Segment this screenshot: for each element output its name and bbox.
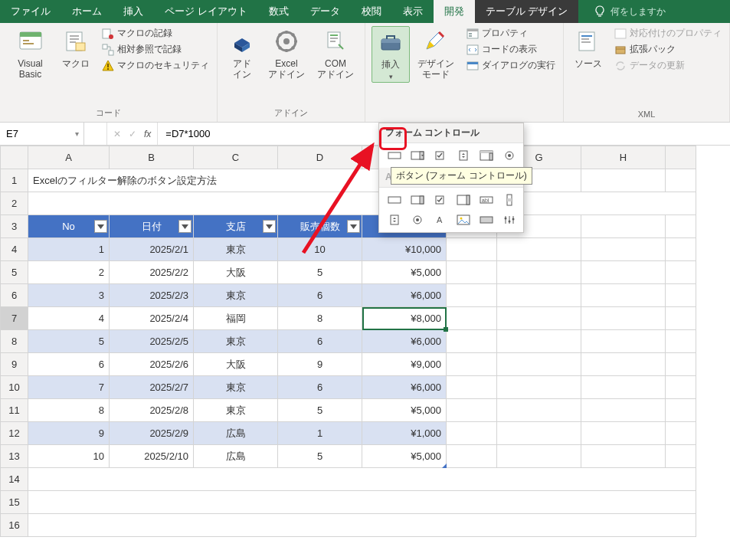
activex-spinbutton-control[interactable] (384, 211, 405, 229)
cell[interactable] (447, 422, 497, 445)
relative-ref-button[interactable]: 相対参照で記録 (100, 42, 211, 57)
cell[interactable]: 6 (278, 330, 362, 353)
cell[interactable] (447, 330, 497, 353)
tab-data[interactable]: データ (300, 0, 351, 23)
cell[interactable]: 大阪 (194, 261, 278, 284)
row-header[interactable]: 12 (1, 422, 28, 445)
row-header[interactable]: 6 (1, 284, 28, 307)
cell[interactable] (447, 445, 497, 468)
row-header[interactable]: 10 (1, 376, 28, 399)
row-header[interactable]: 8 (1, 330, 28, 353)
cell[interactable]: ¥8,000 (362, 307, 447, 330)
cell[interactable]: 4 (28, 307, 110, 330)
row-header[interactable]: 14 (1, 468, 28, 491)
cell[interactable] (666, 376, 696, 399)
cell[interactable]: 3 (28, 284, 110, 307)
table-header-cell[interactable]: 日付 (110, 215, 194, 238)
cell[interactable] (497, 422, 581, 445)
cell[interactable]: 2025/2/4 (110, 307, 194, 330)
row-header[interactable]: 3 (1, 215, 28, 238)
cell[interactable]: 6 (278, 376, 362, 399)
cell[interactable]: ¥5,000 (362, 261, 447, 284)
cell[interactable] (666, 353, 696, 376)
cell[interactable]: ¥6,000 (362, 376, 447, 399)
row-header[interactable]: 15 (1, 491, 28, 514)
cell[interactable]: 8 (28, 399, 110, 422)
cell[interactable] (447, 238, 497, 261)
cell[interactable] (581, 261, 666, 284)
tab-formulas[interactable]: 数式 (258, 0, 300, 23)
refresh-data-button[interactable]: データの更新 (613, 58, 723, 73)
cell[interactable]: 東京 (194, 330, 278, 353)
row-header[interactable]: 7 (1, 307, 28, 330)
cell[interactable]: 2025/2/2 (110, 261, 194, 284)
cell[interactable] (666, 169, 696, 192)
cell[interactable] (447, 284, 497, 307)
cell[interactable] (497, 261, 581, 284)
cell[interactable] (497, 284, 581, 307)
cell[interactable]: 1 (28, 238, 110, 261)
tab-view[interactable]: 表示 (392, 0, 434, 23)
tab-developer[interactable]: 開発 (434, 0, 475, 23)
run-dialog-button[interactable]: ダイアログの実行 (465, 58, 557, 73)
cell[interactable] (497, 238, 581, 261)
cell[interactable]: 6 (28, 353, 110, 376)
tab-tabledesign[interactable]: テーブル デザイン (475, 0, 579, 23)
cell[interactable] (666, 422, 696, 445)
cell[interactable] (666, 399, 696, 422)
form-combobox-control[interactable] (407, 146, 428, 165)
col-header[interactable]: H (581, 146, 666, 169)
tab-file[interactable]: ファイル (0, 0, 61, 23)
map-properties-button[interactable]: 対応付けのプロパティ (613, 26, 723, 41)
activex-textbox-control[interactable]: abl (476, 191, 497, 209)
cell[interactable]: 2 (28, 261, 110, 284)
cell[interactable]: 1 (278, 422, 362, 445)
tab-home[interactable]: ホーム (61, 0, 113, 23)
cell[interactable] (447, 307, 497, 330)
activex-optionbutton-control[interactable] (407, 211, 428, 229)
cell[interactable] (666, 261, 696, 284)
cell[interactable]: 2025/2/8 (110, 399, 194, 422)
cell[interactable] (497, 330, 581, 353)
cell[interactable] (581, 307, 666, 330)
cell[interactable] (666, 330, 696, 353)
cell[interactable] (447, 399, 497, 422)
cell[interactable] (666, 238, 696, 261)
activex-button-control[interactable] (384, 191, 405, 209)
table-header-cell[interactable]: 支店 (194, 215, 278, 238)
macros-button[interactable]: マクロ (57, 26, 94, 70)
cell[interactable] (497, 399, 581, 422)
cell[interactable]: 10 (278, 238, 362, 261)
record-macro-button[interactable]: マクロの記録 (100, 26, 211, 41)
tab-pagelayout[interactable]: ページ レイアウト (154, 0, 258, 23)
cell[interactable]: 2025/2/7 (110, 376, 194, 399)
cell[interactable] (28, 192, 696, 215)
cell[interactable]: 東京 (194, 376, 278, 399)
cell[interactable]: 広島 (194, 445, 278, 468)
cell[interactable]: 6 (278, 284, 362, 307)
cell[interactable]: 9 (28, 422, 110, 445)
design-mode-button[interactable]: デザイン モード (413, 26, 459, 82)
expansion-pack-button[interactable]: 拡張パック (613, 42, 723, 57)
tab-review[interactable]: 校閲 (351, 0, 392, 23)
row-header[interactable]: 2 (1, 192, 28, 215)
row-header[interactable]: 16 (1, 514, 28, 537)
macro-security-button[interactable]: マクロのセキュリティ (100, 58, 211, 73)
form-listbox-control[interactable] (476, 146, 497, 165)
col-header[interactable]: A (28, 146, 110, 169)
cell[interactable]: 5 (278, 445, 362, 468)
cell[interactable] (497, 307, 581, 330)
cell[interactable]: 2025/2/5 (110, 330, 194, 353)
cell[interactable] (581, 330, 666, 353)
cell[interactable]: ¥6,000 (362, 330, 447, 353)
cell[interactable] (581, 284, 666, 307)
addins-button[interactable]: アド イン (224, 26, 260, 82)
cell[interactable]: 福岡 (194, 307, 278, 330)
cell[interactable] (581, 445, 666, 468)
cell[interactable]: 東京 (194, 284, 278, 307)
cell[interactable]: ¥6,000 (362, 284, 447, 307)
visual-basic-button[interactable]: Visual Basic (6, 26, 54, 82)
view-code-button[interactable]: コードの表示 (465, 42, 557, 57)
form-checkbox-control[interactable] (430, 146, 451, 165)
form-spinner-control[interactable] (453, 146, 474, 165)
